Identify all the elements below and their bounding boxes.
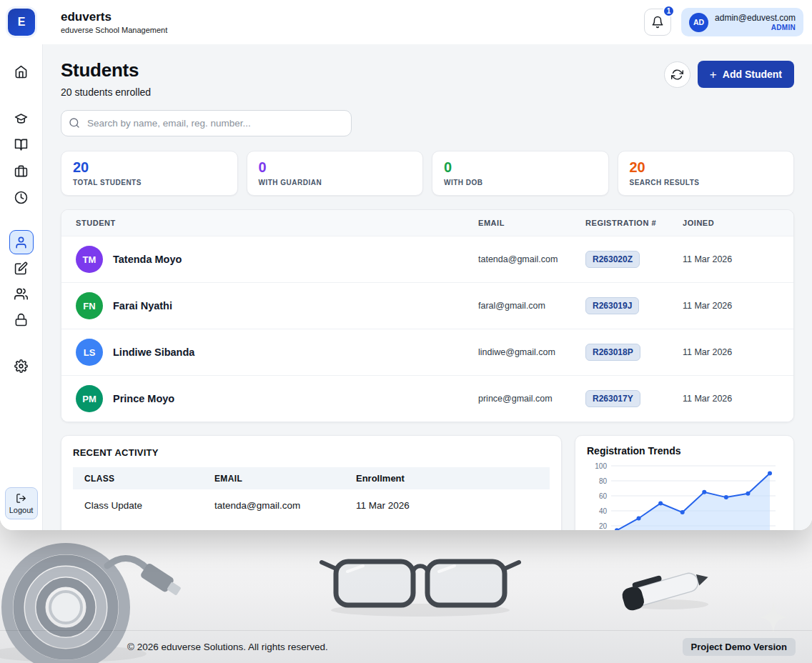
recent-activity-title: RECENT ACTIVITY — [73, 447, 550, 458]
sidebar-item-guardians[interactable] — [9, 281, 34, 306]
notifications-button[interactable]: 1 — [644, 9, 671, 36]
stat-value-2: 0 — [444, 159, 597, 176]
students-table: STUDENT EMAIL REGISTRATION # JOINED TM T… — [61, 209, 794, 422]
col-enrollment: Enrollment — [356, 473, 538, 484]
student-name: Lindiwe Sibanda — [113, 347, 194, 358]
graduation-cap-icon — [14, 111, 28, 125]
notification-badge: 1 — [663, 5, 675, 17]
avatar-1: FN — [76, 292, 103, 319]
col-activity-email: EMAIL — [214, 474, 356, 484]
user-role-badge: ADMIN — [771, 24, 796, 31]
page-actions: + Add Student — [664, 61, 794, 88]
stat-label-0: TOTAL STUDENTS — [73, 179, 226, 186]
col-email: EMAIL — [478, 219, 585, 227]
student-name: Farai Nyathi — [113, 300, 172, 311]
site-footer: © 2026 eduverse Solutions. All rights re… — [0, 630, 812, 663]
registration-badge: R263020Z — [585, 251, 640, 268]
sidebar-item-academics[interactable] — [9, 106, 34, 130]
student-email: lindiwe@gmail.com — [478, 347, 585, 357]
stat-card-with-guardian: 0 WITH GUARDIAN — [247, 151, 424, 196]
search-input[interactable] — [61, 110, 352, 136]
users-icon — [14, 287, 28, 301]
student-email: prince@gmail.com — [478, 394, 585, 404]
table-row[interactable]: TM Tatenda Moyo tatenda@gmail.com R26302… — [61, 236, 793, 282]
col-class: CLASS — [84, 474, 214, 484]
bottom-panels: RECENT ACTIVITY CLASS EMAIL Enrollment C… — [61, 435, 794, 530]
refresh-icon — [671, 69, 683, 81]
stats-row: 20 TOTAL STUDENTS 0 WITH GUARDIAN 0 WITH… — [61, 151, 794, 196]
user-menu[interactable]: AD admin@eduvest.com ADMIN — [681, 8, 803, 36]
registration-trends-chart: 10080604020 — [587, 460, 781, 530]
user-icon — [14, 236, 28, 249]
table-row[interactable]: FN Farai Nyathi faral@gmail.com R263019J… — [61, 282, 793, 329]
student-name: Tatenda Moyo — [113, 254, 182, 265]
brand-block: eduverts eduverse School Management — [61, 10, 167, 34]
sidebar-item-students[interactable] — [9, 230, 34, 254]
activity-row: Class Update tatenda@gmail.com 11 Mar 20… — [73, 489, 550, 522]
stat-label-3: SEARCH RESULTS — [630, 179, 783, 186]
bell-icon — [651, 16, 664, 29]
stat-value-0: 20 — [73, 159, 226, 176]
add-student-label: Add Student — [723, 69, 782, 80]
registration-badge: R263017Y — [585, 390, 640, 407]
glasses-photo — [322, 562, 519, 605]
top-header: E eduverts eduverse School Management 1 … — [0, 0, 812, 44]
col-registration: REGISTRATION # — [585, 219, 683, 227]
sidebar-item-library[interactable] — [9, 132, 34, 156]
stat-card-search-results: 20 SEARCH RESULTS — [618, 151, 795, 196]
activity-enrollment: 11 Mar 2026 — [356, 500, 538, 511]
sidebar-item-classes[interactable] — [9, 159, 34, 183]
refresh-button[interactable] — [664, 61, 690, 88]
search-bar — [61, 110, 352, 136]
lock-icon — [14, 313, 28, 326]
add-student-button[interactable]: + Add Student — [698, 61, 794, 88]
sidebar-nav: Logout — [0, 44, 43, 530]
svg-text:40: 40 — [599, 507, 608, 515]
book-open-icon — [14, 138, 28, 151]
table-row[interactable]: PM Prince Moyo prince@gmail.com R263017Y… — [61, 375, 793, 422]
student-email: tatenda@gmail.com — [478, 254, 585, 264]
col-joined: JOINED — [683, 219, 779, 227]
logout-button[interactable]: Logout — [5, 487, 38, 519]
copyright-text: © 2026 eduverse Solutions. All rights re… — [127, 642, 328, 652]
student-name: Prince Moyo — [113, 393, 174, 404]
stat-card-with-dob: 0 WITH DOB — [432, 151, 609, 196]
app-subtitle: eduverse School Management — [61, 26, 167, 34]
activity-email: tatenda@gmail.com — [214, 500, 356, 511]
page-header: Students 20 students enrolled + Add Stud… — [61, 44, 794, 98]
recent-activity-panel: RECENT ACTIVITY CLASS EMAIL Enrollment C… — [61, 435, 562, 530]
avatar-2: LS — [76, 339, 103, 366]
sidebar-item-schedule[interactable] — [9, 185, 34, 209]
page-subtitle: 20 students enrolled — [61, 86, 151, 98]
app-window: E eduverts eduverse School Management 1 … — [0, 0, 812, 530]
page-title: Students — [61, 59, 151, 81]
user-email: admin@eduvest.com — [715, 13, 796, 23]
sidebar-item-settings[interactable] — [9, 354, 34, 378]
clock-icon — [14, 191, 28, 204]
student-cell: FN Farai Nyathi — [76, 292, 478, 319]
student-email: faral@gmail.com — [478, 301, 585, 311]
sidebar-item-enrollment[interactable] — [9, 256, 34, 280]
sidebar-item-security[interactable] — [9, 307, 34, 332]
activity-table-header: CLASS EMAIL Enrollment — [73, 467, 550, 489]
app-name: eduverts — [61, 10, 167, 24]
table-row[interactable]: LS Lindiwe Sibanda lindiwe@gmail.com R26… — [61, 329, 793, 375]
stat-label-1: WITH GUARDIAN — [259, 179, 412, 186]
activity-class: Class Update — [84, 500, 214, 511]
gear-icon — [14, 359, 28, 373]
sparkle-decoration — [759, 602, 788, 633]
registration-badge: R263018P — [585, 344, 640, 361]
joined-date: 11 Mar 2026 — [683, 347, 779, 357]
svg-text:100: 100 — [595, 462, 607, 470]
student-cell: PM Prince Moyo — [76, 385, 478, 412]
students-table-header: STUDENT EMAIL REGISTRATION # JOINED — [61, 210, 793, 236]
briefcase-icon — [14, 164, 28, 178]
stat-value-3: 20 — [630, 159, 783, 176]
trends-title: Registration Trends — [587, 445, 782, 457]
page-title-block: Students 20 students enrolled — [61, 59, 151, 98]
user-meta: admin@eduvest.com ADMIN — [715, 13, 796, 31]
user-avatar: AD — [689, 13, 708, 32]
sidebar-item-home[interactable] — [9, 59, 34, 84]
main-content: Students 20 students enrolled + Add Stud… — [43, 44, 812, 530]
joined-date: 11 Mar 2026 — [683, 254, 779, 264]
